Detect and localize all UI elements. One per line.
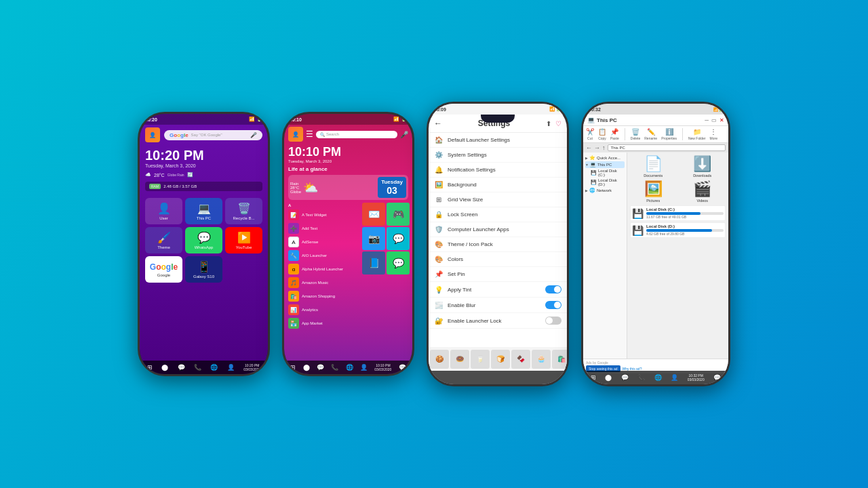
- settings-item-pin[interactable]: 📌 Set Pin: [429, 267, 567, 282]
- list-item[interactable]: 📊 Analytics: [287, 303, 361, 317]
- lock-icon: 🔒: [434, 211, 443, 218]
- settings-item-colors[interactable]: 🎨 Colors: [429, 252, 567, 267]
- win-start-icon[interactable]: ⊞: [147, 364, 153, 371]
- settings-item-notification[interactable]: 🔔 Notification Settings: [429, 163, 567, 178]
- settings-item-background[interactable]: 🖼️ Background: [429, 178, 567, 192]
- pin-icon: 📌: [434, 270, 443, 278]
- ribbon-paste[interactable]: 📌 Paste: [610, 128, 619, 140]
- tree-item-network[interactable]: ▶ 🌐 Network: [585, 187, 625, 194]
- tile-gmail[interactable]: ✉️: [362, 203, 385, 226]
- taskbar-search-4[interactable]: ⬤: [605, 374, 612, 381]
- app-whatsapp[interactable]: 💬 WhatsApp: [185, 227, 222, 253]
- ribbon-copy[interactable]: 📋 Copy: [598, 128, 606, 140]
- restore-btn[interactable]: ▭: [711, 117, 717, 123]
- win-start-icon-2[interactable]: ⊞: [290, 364, 296, 371]
- settings-item-tint[interactable]: 💡 Apply Tint: [429, 282, 567, 298]
- app-this-pc[interactable]: 💻 This PC: [185, 198, 222, 224]
- settings-item-system[interactable]: ⚙️ System Settings: [429, 148, 567, 163]
- hamburger-icon[interactable]: ☰: [306, 129, 313, 139]
- win-title: This PC: [597, 117, 703, 123]
- search-bar-2[interactable]: 🔍 Search: [316, 131, 397, 138]
- enable-blur-toggle[interactable]: [545, 301, 561, 309]
- list-item[interactable]: 🛍️ Amazon Shopping: [287, 289, 361, 303]
- file-documents[interactable]: 📄 Documents: [630, 155, 677, 178]
- list-item[interactable]: 🎵 Amazon Music: [287, 276, 361, 289]
- fav-icon[interactable]: ♡: [555, 120, 561, 127]
- app-google[interactable]: Google Google: [145, 256, 182, 283]
- taskbar-notif-4[interactable]: 💬: [713, 374, 721, 381]
- ribbon-newfolder[interactable]: 📁 New Folder: [688, 128, 706, 140]
- tree-item-locald[interactable]: 💾 Local Disk (D:): [585, 178, 625, 187]
- taskbar-clock-4: 10:32 PM 03/03/2020: [688, 373, 705, 382]
- settings-item-blur[interactable]: 🌫️ Enable Blur: [429, 298, 567, 313]
- back-nav-btn[interactable]: ←: [586, 144, 592, 151]
- up-nav-btn[interactable]: ↑: [602, 144, 606, 151]
- taskbar-circle-2[interactable]: ⬤: [303, 364, 310, 371]
- blur-icon: 🌫️: [434, 302, 443, 309]
- taskbar-phone-4[interactable]: 📞: [637, 374, 645, 381]
- settings-item-launcher-lock[interactable]: 🔐 Enable Launcher Lock: [429, 313, 567, 329]
- ribbon-more[interactable]: ⋮ More: [710, 128, 717, 140]
- list-item[interactable]: 📝 A Text Widget: [287, 208, 361, 222]
- taskbar-search-icon[interactable]: ⬤: [161, 364, 168, 371]
- explorer-icon: 💻: [587, 117, 595, 123]
- tree-item-thispc[interactable]: ▼ 💻 This PC: [585, 161, 625, 168]
- app-recycle[interactable]: 🗑️ Recycle B...: [225, 198, 262, 224]
- share-icon[interactable]: ⬆: [546, 120, 551, 127]
- list-item[interactable]: 🏪 App Market: [287, 317, 361, 330]
- ribbon-rename[interactable]: ✏️ Rename: [644, 128, 657, 140]
- back-icon[interactable]: ←: [434, 119, 442, 128]
- taskbar-browser-icon[interactable]: 🌐: [210, 364, 218, 371]
- settings-item-grid[interactable]: ⊞ Grid View Size: [429, 192, 567, 207]
- file-downloads[interactable]: ⬇️ Downloads: [679, 155, 726, 178]
- taskbar-user-2[interactable]: 👤: [360, 364, 368, 371]
- apply-tint-toggle[interactable]: [545, 285, 561, 293]
- ribbon-properties[interactable]: ℹ️ Properties: [661, 128, 677, 140]
- file-pictures[interactable]: 🖼️ Pictures: [630, 180, 677, 203]
- tree-item-quickaccess[interactable]: ▶ ⭐ Quick Acce...: [585, 155, 625, 161]
- win-start-icon-4[interactable]: ⊞: [591, 374, 596, 381]
- ribbon-cut[interactable]: ✂️ Cut: [586, 128, 594, 140]
- taskbar-browser-2[interactable]: 🌐: [346, 364, 353, 371]
- close-btn[interactable]: ✕: [719, 117, 724, 123]
- taskbar-chat-icon[interactable]: 💬: [178, 364, 185, 371]
- nav-path[interactable]: This PC: [608, 144, 726, 151]
- app-galaxys10[interactable]: 📱 Galaxy S10: [185, 256, 222, 283]
- minimize-btn[interactable]: ─: [705, 117, 709, 123]
- settings-item-default[interactable]: 🏠 Default Launcher Settings: [429, 133, 567, 148]
- taskbar-phone-2[interactable]: 📞: [331, 364, 338, 371]
- list-item[interactable]: A AdSense: [287, 235, 361, 249]
- tile-skype[interactable]: 💬: [387, 227, 410, 250]
- tile-facebook[interactable]: 📘: [362, 251, 385, 274]
- tile-camera[interactable]: 📷: [362, 227, 385, 250]
- tile-game[interactable]: 🎮: [387, 203, 410, 226]
- taskbar-person-icon[interactable]: 👤: [227, 364, 235, 371]
- app-youtube[interactable]: ▶️ YouTube: [225, 227, 262, 253]
- nav-bar: ← → ↑ This PC: [583, 143, 728, 152]
- taskbar-globe-4[interactable]: 🌐: [654, 374, 662, 381]
- ribbon-delete[interactable]: 🗑️ Delete: [631, 128, 640, 140]
- forward-nav-btn[interactable]: →: [594, 144, 600, 151]
- search-bar-1[interactable]: Google Say "OK Google" 🎤: [164, 130, 262, 140]
- file-videos[interactable]: 🎬 Videos: [679, 180, 726, 203]
- app-theme[interactable]: 🖌️ Theme: [145, 227, 182, 253]
- launcher-lock-toggle[interactable]: [545, 317, 561, 325]
- taskbar-chat-2[interactable]: 💬: [317, 364, 324, 371]
- settings-item-theme[interactable]: 🎨 Theme / Icon Pack: [429, 237, 567, 252]
- tree-item-localc[interactable]: 💾 Local Disk (C:): [585, 168, 625, 178]
- taskbar-chat-4[interactable]: 💬: [621, 374, 629, 381]
- disk-c-item[interactable]: 💾 Local Disk (C:) 11.67 GB free of 49.01…: [630, 205, 726, 221]
- app-user[interactable]: 👤 User: [145, 198, 182, 224]
- ad-item-3: 🥛: [471, 350, 490, 369]
- taskbar-person-4[interactable]: 👤: [671, 374, 678, 381]
- list-item[interactable]: ➕ Add Text: [287, 222, 361, 235]
- settings-item-apps[interactable]: 🛡️ Computer Launcher Apps: [429, 222, 567, 237]
- list-item[interactable]: α Alpha Hybrid Launcher: [287, 262, 361, 276]
- disk-d-item[interactable]: 💾 Local Disk (D:) 4.62 GB free of 29.80 …: [630, 222, 726, 238]
- settings-item-lock[interactable]: 🔒 Lock Screen: [429, 207, 567, 222]
- taskbar-phone-icon[interactable]: 📞: [194, 364, 201, 371]
- taskbar-notif-2[interactable]: 💬: [399, 364, 406, 371]
- list-item[interactable]: 🔧 AIO Launcher: [287, 249, 361, 262]
- tile-whatsapp[interactable]: 💬: [387, 251, 410, 274]
- status-time-4: 10:32: [589, 107, 601, 112]
